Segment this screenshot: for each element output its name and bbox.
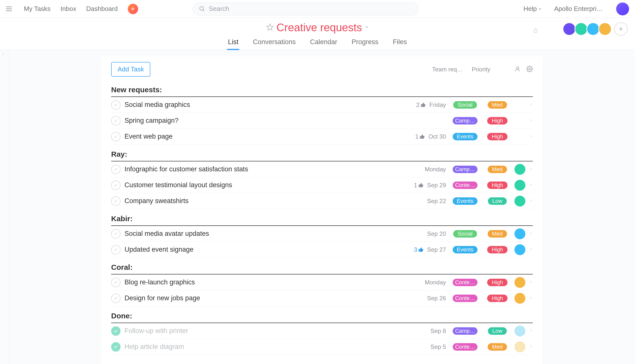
assignee-avatar[interactable] <box>514 244 525 255</box>
section-title[interactable]: New requests: <box>111 80 533 97</box>
complete-checkbox[interactable] <box>111 165 121 174</box>
column-priority[interactable]: Priority <box>472 66 499 73</box>
priority-tag[interactable]: High <box>487 246 507 254</box>
lock-icon[interactable] <box>533 28 538 34</box>
task-row[interactable]: Help article diagramSep 5Conte…Med <box>111 339 533 355</box>
complete-checkbox[interactable] <box>111 326 121 336</box>
team-tag[interactable]: Conte… <box>453 294 477 302</box>
project-menu-caret[interactable] <box>365 25 369 30</box>
assignee-avatar[interactable] <box>514 180 525 191</box>
open-task-icon[interactable] <box>529 103 533 107</box>
priority-tag[interactable]: High <box>487 279 507 286</box>
complete-checkbox[interactable] <box>111 229 121 238</box>
priority-tag[interactable]: High <box>487 117 507 124</box>
assignee-avatar[interactable] <box>514 277 525 288</box>
task-row[interactable]: Social media graphics2FridaySocialMed <box>111 97 533 113</box>
complete-checkbox[interactable] <box>111 294 121 303</box>
quick-add-button[interactable]: + <box>128 4 138 14</box>
help-menu[interactable]: Help <box>524 5 542 13</box>
add-member-button[interactable]: + <box>614 22 627 36</box>
task-row[interactable]: Design for new jobs pageSep 26Conte…High <box>111 290 533 306</box>
member-avatar[interactable] <box>586 22 600 36</box>
team-tag[interactable]: Conte… <box>453 182 477 189</box>
priority-tag[interactable]: Low <box>488 197 507 205</box>
likes-count[interactable]: 1 <box>415 133 425 140</box>
member-avatar[interactable] <box>562 22 576 36</box>
priority-tag[interactable]: Med <box>488 101 507 108</box>
open-task-icon[interactable] <box>529 199 533 203</box>
assignee-avatar[interactable] <box>514 164 525 175</box>
open-task-icon[interactable] <box>529 118 533 123</box>
expand-sidebar-icon[interactable]: › <box>3 51 4 56</box>
workspace-switcher[interactable]: Apollo Enterpris… <box>554 5 604 13</box>
complete-checkbox[interactable] <box>111 342 121 352</box>
member-avatar[interactable] <box>574 22 588 36</box>
complete-checkbox[interactable] <box>111 132 121 141</box>
team-tag[interactable]: Camp… <box>453 327 477 335</box>
likes-count[interactable]: 1 <box>414 182 424 189</box>
complete-checkbox[interactable] <box>111 245 121 254</box>
tab-progress[interactable]: Progress <box>351 36 379 50</box>
priority-tag[interactable]: Med <box>488 230 507 238</box>
task-row[interactable]: Infographic for customer satisfaction st… <box>111 162 533 177</box>
team-tag[interactable]: Social <box>453 101 477 108</box>
complete-checkbox[interactable] <box>111 116 121 126</box>
team-tag[interactable]: Events <box>453 133 477 140</box>
priority-tag[interactable]: Med <box>488 343 507 350</box>
priority-tag[interactable]: Med <box>488 166 507 173</box>
assignee-avatar[interactable] <box>514 196 525 206</box>
likes-count[interactable]: 3 <box>414 246 424 253</box>
team-tag[interactable]: Conte… <box>453 279 477 286</box>
tab-files[interactable]: Files <box>392 36 408 50</box>
complete-checkbox[interactable] <box>111 278 121 287</box>
search-box[interactable] <box>193 2 418 15</box>
tab-conversations[interactable]: Conversations <box>252 36 297 50</box>
complete-checkbox[interactable] <box>111 180 121 190</box>
task-row[interactable]: Updated event signage3Sep 27EventsHigh <box>111 242 533 258</box>
team-tag[interactable]: Camp… <box>453 117 477 124</box>
star-icon[interactable] <box>266 23 274 32</box>
tab-calendar[interactable]: Calendar <box>309 36 338 50</box>
task-row[interactable]: Event web page1Oct 30EventsHigh <box>111 129 533 144</box>
assignee-avatar[interactable] <box>514 342 525 352</box>
open-task-icon[interactable] <box>529 280 533 285</box>
column-team-request[interactable]: Team reque… <box>432 66 464 73</box>
open-task-icon[interactable] <box>529 134 533 139</box>
user-avatar[interactable] <box>616 2 629 15</box>
team-tag[interactable]: Camp… <box>453 166 477 173</box>
priority-tag[interactable]: High <box>487 294 507 302</box>
assignee-column-icon[interactable] <box>514 66 521 73</box>
section-title[interactable]: Kabir: <box>111 209 533 226</box>
assignee-avatar[interactable] <box>514 228 525 239</box>
team-tag[interactable]: Social <box>453 230 477 238</box>
open-task-icon[interactable] <box>529 167 533 172</box>
gear-icon[interactable] <box>526 66 533 73</box>
section-title[interactable]: Ray: <box>111 144 533 162</box>
project-title[interactable]: Creative requests <box>277 21 362 34</box>
open-task-icon[interactable] <box>529 232 533 236</box>
priority-tag[interactable]: Low <box>488 327 507 335</box>
tab-list[interactable]: List <box>227 36 239 50</box>
section-title[interactable]: Coral: <box>111 258 533 274</box>
assignee-avatar[interactable] <box>514 293 525 304</box>
task-row[interactable]: Blog re-launch graphicsMondayConte…High <box>111 274 533 290</box>
task-row[interactable]: Customer testimonial layout designs1Sep … <box>111 177 533 193</box>
member-avatar[interactable] <box>598 22 612 36</box>
task-row[interactable]: Social media avatar updatesSep 20SocialM… <box>111 226 533 242</box>
task-row[interactable]: Company sweatshirtsSep 22EventsLow <box>111 193 533 209</box>
team-tag[interactable]: Events <box>453 197 477 205</box>
task-row[interactable]: Spring campaign?Camp…High <box>111 113 533 129</box>
complete-checkbox[interactable] <box>111 100 121 110</box>
open-task-icon[interactable] <box>529 248 533 252</box>
menu-icon[interactable] <box>6 4 15 14</box>
search-input[interactable] <box>209 5 412 13</box>
task-row[interactable]: Follow-up with printerSep 8Camp…Low <box>111 323 533 339</box>
team-tag[interactable]: Conte… <box>453 343 477 350</box>
nav-my-tasks[interactable]: My Tasks <box>24 5 51 13</box>
complete-checkbox[interactable] <box>111 196 121 206</box>
priority-tag[interactable]: High <box>487 182 507 189</box>
priority-tag[interactable]: High <box>487 133 507 140</box>
nav-inbox[interactable]: Inbox <box>61 5 76 13</box>
open-task-icon[interactable] <box>529 183 533 188</box>
open-task-icon[interactable] <box>529 345 533 349</box>
